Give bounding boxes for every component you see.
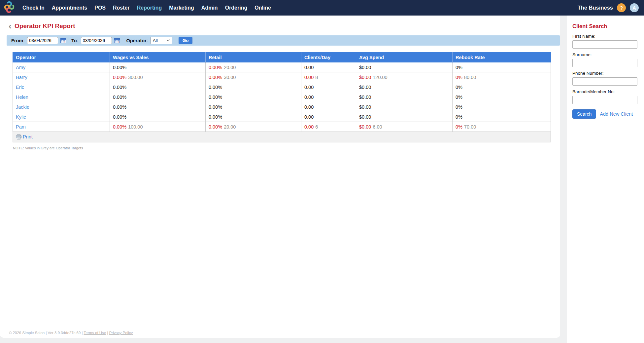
kpi-cell: $0.00 — [356, 82, 453, 92]
nav-item-roster[interactable]: Roster — [109, 0, 133, 16]
table-row: Amy0.00%0.00%20.000.00$0.000% — [13, 62, 551, 72]
calendar-icon[interactable] — [60, 38, 66, 43]
kpi-cell: $0.006.00 — [356, 122, 453, 132]
kpi-cell: 0% — [453, 62, 551, 72]
kpi-table-header: OperatorWages vs SalesRetailClients/DayA… — [13, 53, 551, 62]
operator-select-value: All — [153, 38, 158, 43]
kpi-cell: 0.00 — [301, 92, 356, 102]
client-search-field: Barcode/Member No: — [572, 89, 644, 104]
nav-items: Check InAppointmentsPOSRosterReportingMa… — [19, 0, 275, 16]
kpi-cell: 0.00%30.00 — [206, 72, 301, 82]
kpi-cell: 0.00% — [110, 92, 206, 102]
logo-icon[interactable] — [4, 1, 15, 15]
kpi-cell: 0.00%20.00 — [206, 122, 301, 132]
footer-copyright: © 2026 Simple Salon | Ver 3.9.3dde27c.69… — [9, 331, 83, 335]
kpi-cell: 0.00 — [301, 112, 356, 122]
nav-item-ordering[interactable]: Ordering — [221, 0, 251, 16]
operator-link[interactable]: Kylie — [16, 114, 26, 120]
kpi-cell: 0.00% — [206, 92, 301, 102]
kpi-cell: 0.00 — [301, 62, 356, 72]
add-new-client-link[interactable]: Add New Client — [600, 111, 633, 117]
first-name-input[interactable] — [572, 40, 637, 49]
nav-item-admin[interactable]: Admin — [198, 0, 221, 16]
calendar-icon[interactable] — [114, 38, 120, 43]
surname-input[interactable] — [572, 59, 637, 67]
kpi-cell: 0% — [453, 82, 551, 92]
kpi-cell: 0.00% — [110, 62, 206, 72]
client-search-panel: Client Search First Name:Surname:Phone N… — [567, 16, 644, 343]
filter-bar: From: To: — [7, 35, 560, 46]
from-date-input[interactable] — [27, 37, 58, 44]
table-row: Eric0.00%0.00%0.00$0.000% — [13, 82, 551, 92]
column-header: Operator — [13, 53, 110, 62]
client-search-title: Client Search — [572, 23, 644, 29]
kpi-cell: 0.00% — [206, 82, 301, 92]
field-label: Barcode/Member No: — [572, 89, 644, 94]
barcode-member-no-input[interactable] — [572, 96, 637, 104]
nav-item-reporting[interactable]: Reporting — [133, 0, 166, 16]
kpi-cell: $0.00 — [356, 112, 453, 122]
business-name: The Business — [578, 5, 613, 11]
table-row: Kylie0.00%0.00%0.00$0.000% — [13, 112, 551, 122]
table-row: Helen0.00%0.00%0.00$0.000% — [13, 92, 551, 102]
top-nav: Check InAppointmentsPOSRosterReportingMa… — [0, 0, 644, 16]
kpi-cell: 0% — [453, 112, 551, 122]
table-note: NOTE: Values in Grey are Operator Target… — [13, 146, 560, 150]
privacy-link[interactable]: Privacy Policy — [109, 331, 133, 335]
back-chevron-icon[interactable]: ‹ — [9, 22, 12, 30]
footer: © 2026 Simple Salon | Ver 3.9.3dde27c.69… — [9, 331, 133, 335]
kpi-cell: 0.00% — [110, 112, 206, 122]
nav-item-pos[interactable]: POS — [91, 0, 109, 16]
kpi-cell: $0.00120.00 — [356, 72, 453, 82]
client-search-actions: Search Add New Client — [572, 109, 644, 119]
kpi-cell: 0.006 — [301, 122, 356, 132]
column-header: Wages vs Sales — [110, 53, 206, 62]
operator-link[interactable]: Jackie — [16, 104, 29, 110]
operator-link[interactable]: Amy — [16, 65, 25, 70]
kpi-cell: 0.00% — [110, 82, 206, 92]
operator-link[interactable]: Eric — [16, 85, 24, 90]
operator-link[interactable]: Pam — [16, 124, 26, 130]
table-row: Jackie0.00%0.00%0.00$0.000% — [13, 102, 551, 112]
kpi-table-body: Amy0.00%0.00%20.000.00$0.000%Barry0.00%3… — [13, 62, 551, 132]
client-search-field: First Name: — [572, 34, 644, 49]
kpi-table: OperatorWages vs SalesRetailClients/DayA… — [13, 52, 551, 132]
kpi-cell: 0% — [453, 102, 551, 112]
operator-label: Operator: — [126, 38, 148, 43]
nav-item-marketing[interactable]: Marketing — [165, 0, 198, 16]
nav-item-online[interactable]: Online — [251, 0, 275, 16]
nav-item-check-in[interactable]: Check In — [19, 0, 48, 16]
kpi-cell: 0% — [453, 92, 551, 102]
field-label: Surname: — [572, 52, 644, 57]
kpi-cell: $0.00 — [356, 62, 453, 72]
avatar[interactable]: A — [630, 3, 639, 12]
page-title: Operator KPI Report — [15, 22, 75, 30]
title-row: ‹ Operator KPI Report — [0, 16, 560, 30]
help-icon[interactable]: ? — [617, 3, 626, 12]
to-label: To: — [71, 38, 78, 43]
column-header: Avg Spend — [356, 53, 453, 62]
operator-link[interactable]: Helen — [16, 95, 28, 100]
phone-number-input[interactable] — [572, 77, 637, 86]
kpi-cell: 0.00% — [206, 112, 301, 122]
column-header: Clients/Day — [301, 53, 356, 62]
field-label: First Name: — [572, 34, 644, 39]
client-search-field: Phone Number: — [572, 71, 644, 86]
kpi-cell: 0%80.00 — [453, 72, 551, 82]
operator-select[interactable]: All — [151, 37, 172, 44]
to-date-input[interactable] — [81, 37, 112, 44]
kpi-cell: $0.00 — [356, 92, 453, 102]
search-button[interactable]: Search — [572, 109, 596, 119]
kpi-cell: 0.00 — [301, 102, 356, 112]
print-link[interactable]: Print — [23, 134, 33, 139]
nav-item-appointments[interactable]: Appointments — [48, 0, 91, 16]
kpi-cell: 0.00% — [110, 102, 206, 112]
kpi-cell: 0.00%300.00 — [110, 72, 206, 82]
client-search-fields: First Name:Surname:Phone Number:Barcode/… — [572, 34, 644, 104]
column-header: Rebook Rate — [453, 53, 551, 62]
operator-link[interactable]: Barry — [16, 75, 27, 80]
main-panel: ‹ Operator KPI Report From: To: — [0, 16, 560, 338]
terms-link[interactable]: Terms of Use — [84, 331, 106, 335]
kpi-cell: $0.00 — [356, 102, 453, 112]
go-button[interactable]: Go — [179, 37, 193, 44]
